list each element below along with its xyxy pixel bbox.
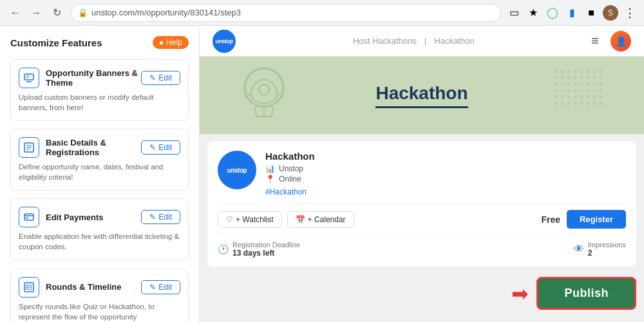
edit-pencil-icon-2: ✎: [149, 143, 156, 152]
impressions-value: 2: [588, 249, 626, 258]
card-header: unstop Hackathon 📊 Unstop 📍: [218, 151, 626, 196]
basic-description: Define opportunity name, dates, festival…: [19, 162, 180, 182]
menu-icon[interactable]: ⋮: [622, 5, 638, 21]
impressions-label: Impressions: [588, 241, 626, 249]
back-button[interactable]: ←: [6, 4, 24, 22]
rounds-edit-button[interactable]: ✎ Edit: [141, 280, 180, 294]
payments-description: Enable application fee with differential…: [19, 231, 180, 252]
sidebar-title: Customize Features: [10, 37, 102, 48]
browser-nav-buttons: ← → ↻: [6, 4, 66, 22]
logo-text: unstop: [216, 38, 233, 44]
watchlist-label: + Watchlist: [236, 215, 274, 224]
bookmark-icon[interactable]: ★: [526, 5, 541, 21]
edit-pencil-icon-3: ✎: [149, 213, 156, 222]
hamburger-menu[interactable]: ≡: [591, 33, 599, 48]
content-area: Hackathon uns: [200, 57, 644, 322]
help-badge[interactable]: ● Help: [153, 36, 189, 49]
basic-title: Basic Details & Registrations: [46, 138, 141, 157]
org-logo: unstop: [218, 151, 256, 189]
svg-point-5: [245, 68, 283, 107]
hackathon-link[interactable]: Hackathon: [431, 36, 477, 46]
building-icon: 📊: [265, 164, 275, 173]
calendar-icon: 📅: [296, 215, 305, 224]
eye-icon: 👁: [574, 243, 584, 255]
card-meta: 📊 Unstop 📍 Online: [265, 164, 626, 184]
registration-deadline-stat: 🕐 Registration Deadline 13 days left: [218, 241, 300, 258]
user-circle-icon[interactable]: S: [603, 5, 618, 21]
impressions-stat: 👁 Impressions 2: [574, 241, 626, 258]
banners-edit-button[interactable]: ✎ ✎ Edit Edit: [141, 71, 180, 85]
user-avatar[interactable]: 👤: [611, 31, 631, 52]
svg-rect-0: [24, 74, 33, 80]
location-icon: 📍: [265, 175, 275, 184]
calendar-label: + Calendar: [308, 215, 346, 224]
sidebar-item-rounds-title-row: Rounds & Timeline: [19, 277, 122, 298]
sidebar-item-payments: Edit Payments ✎ Edit Enable application …: [10, 198, 189, 260]
reg-deadline-label: Registration Deadline: [232, 241, 300, 249]
svg-rect-2: [24, 214, 33, 220]
payments-icon: [19, 207, 39, 227]
banner-dots: [554, 70, 605, 111]
top-nav-links: Host Hackathons | Hackathon: [350, 36, 477, 46]
banners-description: Upload custom banners or modify default …: [19, 92, 180, 113]
sidebar: Customize Features ● Help Opportuni: [0, 26, 200, 322]
host-hackathons-link[interactable]: Host Hackathons: [350, 36, 419, 46]
banners-title: Opportunity Banners & Theme: [46, 68, 141, 88]
sidebar-item-basic-title-row: Basic Details & Registrations: [19, 137, 141, 158]
basic-edit-button[interactable]: ✎ Edit: [141, 140, 180, 155]
browser-actions: ▭ ★ ◯ ▮ ■ S ⋮: [506, 5, 638, 21]
extensions-icon[interactable]: ■: [583, 5, 599, 21]
sidebar-item-basic: Basic Details & Registrations ✎ Edit Def…: [10, 129, 189, 191]
banners-icon: [19, 68, 39, 88]
sidebar-item-banners-title-row: Opportunity Banners & Theme: [19, 68, 141, 88]
payments-edit-button[interactable]: ✎ Edit: [141, 210, 180, 224]
location-meta: 📍 Online: [265, 175, 626, 184]
card-title: Hackathon: [265, 151, 626, 162]
price-label: Free: [541, 214, 560, 225]
rounds-icon: [19, 277, 39, 298]
address-bar[interactable]: 🔒 unstop.com/m/opportunity/830141/step3: [71, 4, 501, 22]
main-container: Customize Features ● Help Opportuni: [0, 26, 644, 322]
publish-button[interactable]: Publish: [536, 277, 636, 310]
banner-title-area: Hackathon: [375, 83, 468, 108]
action-buttons: ♡ + Watchlist 📅 + Calendar: [218, 211, 354, 228]
extension-icon[interactable]: ◯: [545, 5, 560, 21]
help-label: Help: [166, 38, 182, 47]
clock-icon: 🕐: [218, 244, 229, 254]
content-inner: Hackathon uns: [200, 57, 644, 310]
svg-rect-8: [554, 70, 605, 108]
edit-pencil-icon: ✎: [149, 73, 156, 82]
edit-pencil-icon-4: ✎: [149, 283, 156, 292]
publish-area: ➡ Publish: [200, 274, 644, 310]
sidebar-item-payments-title-row: Edit Payments: [19, 207, 104, 227]
card-footer: 🕐 Registration Deadline 13 days left 👁 I…: [218, 234, 626, 258]
watchlist-button[interactable]: ♡ + Watchlist: [218, 211, 282, 228]
forward-button[interactable]: →: [27, 4, 45, 22]
card-info: Hackathon 📊 Unstop 📍 Online: [265, 151, 626, 196]
sidebar-item-rounds: Rounds & Timeline ✎ Edit Specify rounds …: [10, 269, 189, 322]
nav-separator: |: [422, 36, 429, 46]
org-name: Unstop: [279, 164, 303, 173]
unstop-logo[interactable]: unstop: [213, 30, 236, 53]
sidebar-item-banners-header: Opportunity Banners & Theme ✎ ✎ Edit Edi…: [19, 68, 180, 88]
hackathon-card: unstop Hackathon 📊 Unstop 📍: [207, 142, 636, 267]
org-meta: 📊 Unstop: [265, 164, 626, 173]
rounds-description: Specify rounds like Quiz or Hackathon, t…: [19, 301, 180, 322]
svg-rect-3: [26, 218, 28, 219]
reg-deadline-value: 13 days left: [232, 249, 300, 258]
register-button[interactable]: Register: [567, 210, 626, 229]
url-text: unstop.com/m/opportunity/830141/step3: [91, 8, 241, 17]
heart-icon: ♡: [226, 215, 233, 224]
cast-icon[interactable]: ▭: [506, 5, 522, 21]
refresh-button[interactable]: ↻: [48, 4, 66, 22]
card-actions: ♡ + Watchlist 📅 + Calendar Free Register: [218, 203, 626, 234]
hackathon-banner: Hackathon: [200, 57, 644, 134]
sidebar-item-rounds-header: Rounds & Timeline ✎ Edit: [19, 277, 180, 298]
hackathon-tag: #Hackathon: [265, 187, 626, 196]
profile-icon[interactable]: ▮: [564, 5, 580, 21]
banner-bg-icon: [232, 65, 296, 126]
location-text: Online: [279, 175, 301, 184]
calendar-button[interactable]: 📅 + Calendar: [287, 211, 354, 228]
arrow-right-icon: ➡: [511, 281, 529, 306]
right-actions: Free Register: [541, 210, 626, 229]
